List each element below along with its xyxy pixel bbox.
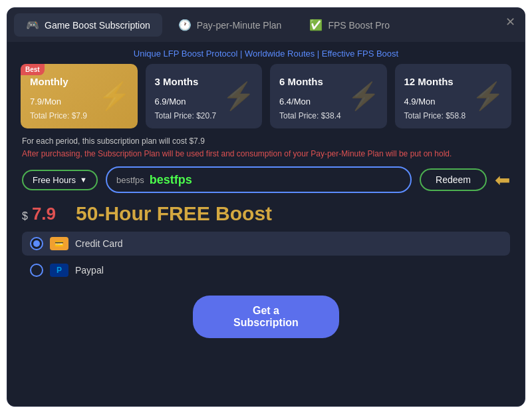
plan-12months-icon: ⚡: [471, 80, 505, 113]
plan-monthly-total: Total Price: $7.9: [30, 111, 128, 120]
tab-fps-boost-label: FPS Boost Pro: [328, 20, 390, 31]
coupon-input-wrap: bestfps: [106, 166, 412, 193]
credit-card-icon: 💳: [50, 237, 68, 250]
fps-boost-icon: ✅: [309, 19, 323, 31]
best-badge: Best: [21, 64, 45, 75]
subscribe-button[interactable]: Get a Subscription: [193, 296, 339, 338]
tabs-bar: 🎮 Game Boost Subscription 🕐 Pay-per-Minu…: [7, 8, 525, 42]
coupon-input[interactable]: [150, 173, 401, 187]
subtitle-text: Unique LFP Boost Protocol | Worldwide Ro…: [7, 42, 525, 64]
plan-3months[interactable]: ⚡ 3 Months 6.9/Mon Total Price: $20.7: [146, 64, 263, 128]
coupon-type-label: Free Hours: [33, 175, 76, 185]
coupon-row: Free Hours ▼ bestfps Redeem ⬅: [7, 166, 525, 193]
plan-3months-total: Total Price: $20.7: [155, 111, 253, 120]
arrow-icon: ⬅: [495, 169, 510, 191]
plan-6months-icon: ⚡: [347, 80, 380, 113]
price-display: $ 7.9: [22, 204, 56, 224]
tab-pay-per-minute-label: Pay-per-Minute Plan: [197, 20, 282, 31]
plan-12months[interactable]: ⚡ 12 Months 4.9/Mon Total Price: $58.8: [395, 64, 512, 128]
tab-fps-boost[interactable]: ✅ FPS Boost Pro: [297, 13, 402, 37]
plan-6months-total: Total Price: $38.4: [279, 111, 378, 120]
coupon-prefix: bestfps: [116, 175, 144, 185]
plan-3months-icon: ⚡: [222, 80, 255, 113]
tab-pay-per-minute[interactable]: 🕐 Pay-per-Minute Plan: [166, 13, 294, 37]
price-dollar-sign: $: [22, 210, 28, 222]
plan-6months[interactable]: ⚡ 6 Months 6.4/Mon Total Price: $38.4: [270, 64, 387, 128]
tab-game-boost-label: Game Boost Subscription: [45, 20, 150, 31]
subscription-modal: ✕ 🎮 Game Boost Subscription 🕐 Pay-per-Mi…: [7, 7, 525, 407]
price-section: $ 7.9: [22, 204, 56, 224]
payment-options: 💳 Credit Card P Paypal: [7, 232, 525, 282]
pay-per-minute-icon: 🕐: [178, 19, 192, 31]
note-regular: For each period, this subscription plan …: [7, 136, 525, 146]
radio-credit-card[interactable]: [30, 237, 43, 250]
payment-credit-card[interactable]: 💳 Credit Card: [22, 232, 510, 256]
close-button[interactable]: ✕: [505, 16, 515, 28]
redeem-button[interactable]: Redeem: [420, 168, 487, 191]
radio-paypal[interactable]: [30, 264, 43, 277]
payment-paypal[interactable]: P Paypal: [22, 258, 510, 282]
paypal-label: Paypal: [75, 265, 104, 276]
plan-12months-total: Total Price: $58.8: [404, 111, 503, 120]
credit-card-label: Credit Card: [75, 238, 123, 249]
tab-game-boost[interactable]: 🎮 Game Boost Subscription: [14, 13, 162, 37]
paypal-icon: P: [50, 264, 68, 277]
price-amount: 7.9: [32, 204, 56, 224]
plans-container: Best ⚡ Monthly 7.9/Mon Total Price: $7.9…: [7, 64, 525, 128]
note-warning: After purchasing, the Subscription Plan …: [7, 148, 525, 160]
free-boost-banner: 50-Hour FREE Boost: [76, 202, 272, 225]
plan-monthly-icon: ⚡: [98, 80, 131, 113]
game-boost-icon: 🎮: [26, 19, 39, 31]
chevron-down-icon: ▼: [80, 176, 87, 184]
plan-monthly[interactable]: Best ⚡ Monthly 7.9/Mon Total Price: $7.9: [21, 64, 138, 128]
coupon-type-selector[interactable]: Free Hours ▼: [22, 170, 98, 190]
